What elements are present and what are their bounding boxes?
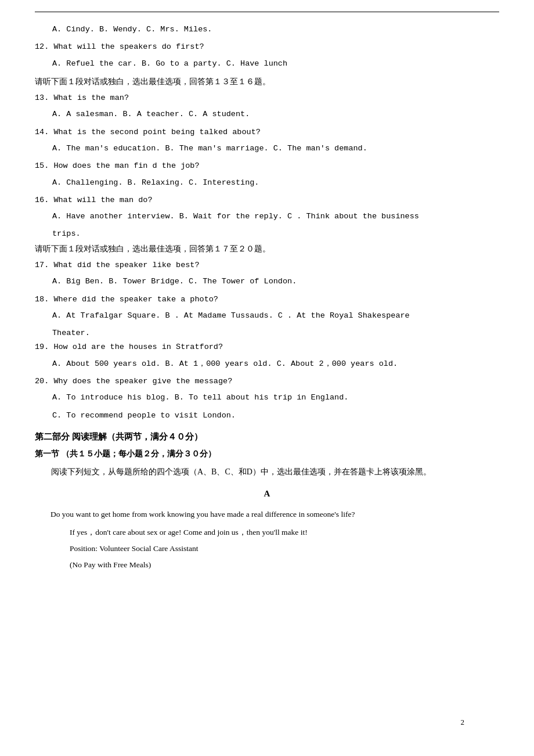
passage-a-para4: (No Pay with Free Meals)	[70, 558, 499, 572]
top-divider	[35, 12, 499, 12]
q15-text: 15. How does the man fin d the job?	[35, 159, 499, 173]
passage-a-title: A	[35, 486, 499, 502]
page-number: 2	[461, 718, 465, 727]
q17-options: A. Big Ben. B. Tower Bridge. C. The Towe…	[52, 275, 499, 289]
q12-text: 12. What will the speakers do first?	[35, 40, 499, 54]
q19-text: 19. How old are the houses in Stratford?	[35, 340, 499, 354]
passage-a-para2: If yes，don't care about sex or age! Come…	[70, 525, 499, 539]
q20-options-line1: A. To introduce his blog. B. To tell abo…	[52, 391, 499, 405]
q12-options: A. Refuel the car. B. Go to a party. C. …	[52, 57, 499, 71]
q18-options-line1: A. At Trafalgar Square. B . At Madame Tu…	[52, 309, 499, 323]
instruction-1: 请听下面１段对话或独白，选出最佳选项，回答第１３至１６题。	[35, 74, 499, 89]
q15-options: A. Challenging. B. Relaxing. C. Interest…	[52, 176, 499, 190]
instruction-2: 请听下面１段对话或独白，选出最佳选项，回答第１７至２０题。	[35, 242, 499, 256]
q18-options-line2: Theater.	[52, 326, 499, 340]
q13-options: A. A salesman. B. A teacher. C. A studen…	[52, 107, 499, 121]
q20-text: 20. Why does the speaker give the messag…	[35, 375, 499, 388]
subsection-title: 第一节 （共１５小题；每小题２分，满分３０分）	[35, 447, 499, 461]
reading-intro: 阅读下列短文，从每题所给的四个选项（A、B、C、和D）中，选出最佳选项，并在答题…	[35, 465, 499, 479]
q11-options: A. Cindy. B. Wendy. C. Mrs. Miles.	[52, 23, 499, 37]
q14-options: A. The man's education. B. The man's mar…	[52, 142, 499, 156]
q18-text: 18. Where did the speaker take a photo?	[35, 293, 499, 307]
q16-text: 16. What will the man do?	[35, 193, 499, 207]
q19-options: A. About 500 years old. B. At 1，000 year…	[52, 357, 499, 371]
passage-a-para3: Position: Volunteer Social Care Assistan…	[70, 542, 499, 556]
passage-a-para1: Do you want to get home from work knowin…	[35, 507, 499, 521]
main-content: A. Cindy. B. Wendy. C. Mrs. Miles. 12. W…	[35, 23, 499, 572]
q16-options-line2: trips.	[52, 227, 499, 241]
q14-text: 14. What is the second point being talke…	[35, 125, 499, 139]
section2-title: 第二部分 阅读理解（共两节，满分４０分）	[35, 429, 499, 444]
q17-text: 17. What did the speaker like best?	[35, 258, 499, 272]
q20-options-line2: C. To recommend people to visit London.	[52, 409, 499, 423]
q13-text: 13. What is the man?	[35, 91, 499, 105]
q16-options-line1: A. Have another interview. B. Wait for t…	[52, 210, 499, 224]
